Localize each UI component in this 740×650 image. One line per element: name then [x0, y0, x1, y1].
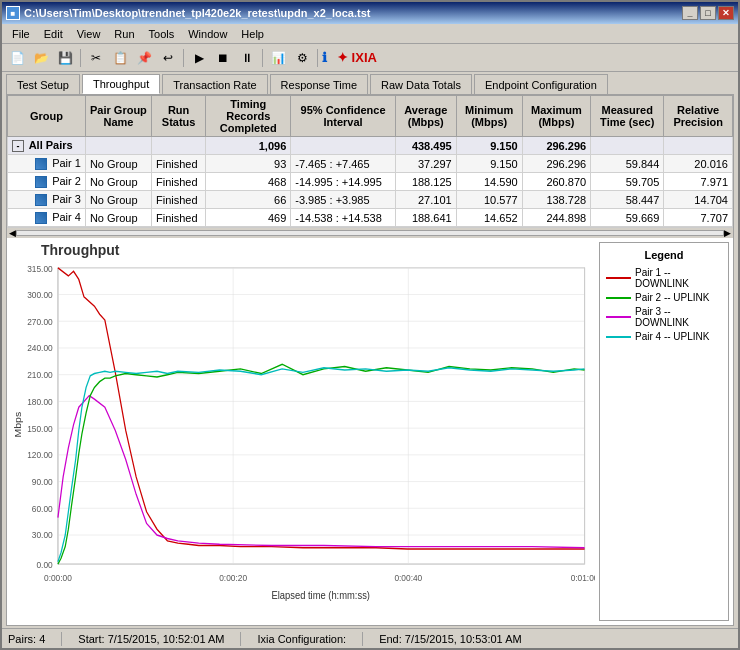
tab-transaction-rate[interactable]: Transaction Rate — [162, 74, 267, 94]
cut-button[interactable]: ✂ — [85, 47, 107, 69]
menu-run[interactable]: Run — [108, 26, 140, 42]
svg-text:315.00: 315.00 — [27, 265, 53, 276]
scroll-track[interactable] — [16, 230, 724, 236]
all-pairs-average: 438.495 — [395, 137, 456, 155]
data-table-container: Group Pair Group Name Run Status Timing … — [7, 95, 733, 228]
maximize-button[interactable]: □ — [700, 6, 716, 20]
new-button[interactable]: 📄 — [6, 47, 28, 69]
chart-title: Throughput — [41, 242, 595, 258]
menu-edit[interactable]: Edit — [38, 26, 69, 42]
all-pairs-minimum: 9.150 — [456, 137, 522, 155]
pair1-run-status: Finished — [151, 155, 205, 173]
chart-svg-container: 0.00 30.00 60.00 90.00 120.00 150.00 180… — [11, 262, 595, 611]
pair3-measured-time: 58.447 — [591, 191, 664, 209]
pair1-pair-group: No Group — [85, 155, 151, 173]
svg-text:Mbps: Mbps — [13, 412, 23, 438]
table-row-pair2: Pair 2 No Group Finished 468 -14.995 : +… — [8, 173, 733, 191]
legend-label-pair1: Pair 1 -- DOWNLINK — [635, 267, 722, 289]
pair2-run-status: Finished — [151, 173, 205, 191]
ixia-logo: ✦ IXIA — [337, 50, 377, 65]
col-header-pair-group: Pair Group Name — [85, 96, 151, 137]
pause-button[interactable]: ⏸ — [236, 47, 258, 69]
scroll-left-arrow[interactable]: ◀ — [9, 228, 16, 238]
menu-window[interactable]: Window — [182, 26, 233, 42]
pair3-relative-precision: 14.704 — [664, 191, 733, 209]
all-pairs-label: All Pairs — [29, 139, 73, 151]
table-row-pair4: Pair 4 No Group Finished 469 -14.538 : +… — [8, 209, 733, 227]
col-header-group: Group — [8, 96, 86, 137]
tab-raw-data-totals[interactable]: Raw Data Totals — [370, 74, 472, 94]
stop-button[interactable]: ⏹ — [212, 47, 234, 69]
chart-legend: Legend Pair 1 -- DOWNLINK Pair 2 -- UPLI… — [599, 242, 729, 621]
pair4-relative-precision: 7.707 — [664, 209, 733, 227]
legend-item-pair2: Pair 2 -- UPLINK — [606, 292, 722, 303]
col-header-average: Average (Mbps) — [395, 96, 456, 137]
tab-throughput[interactable]: Throughput — [82, 74, 160, 94]
pair1-confidence: -7.465 : +7.465 — [291, 155, 396, 173]
tab-test-setup[interactable]: Test Setup — [6, 74, 80, 94]
close-button[interactable]: ✕ — [718, 6, 734, 20]
copy-button[interactable]: 📋 — [109, 47, 131, 69]
status-pairs: Pairs: 4 — [8, 633, 45, 645]
svg-text:60.00: 60.00 — [32, 504, 53, 515]
main-content: Group Pair Group Name Run Status Timing … — [6, 94, 734, 626]
pair2-maximum: 260.870 — [522, 173, 590, 191]
pair4-icon — [35, 212, 47, 224]
status-separator-3 — [362, 632, 363, 646]
undo-button[interactable]: ↩ — [157, 47, 179, 69]
svg-text:150.00: 150.00 — [27, 424, 53, 435]
pair1-icon — [35, 158, 47, 170]
status-start: Start: 7/15/2015, 10:52:01 AM — [78, 633, 224, 645]
pair1-average: 37.297 — [395, 155, 456, 173]
all-pairs-group: - All Pairs — [8, 137, 86, 155]
info-icon: ℹ — [322, 50, 327, 65]
pair4-maximum: 244.898 — [522, 209, 590, 227]
legend-item-pair4: Pair 4 -- UPLINK — [606, 331, 722, 342]
svg-text:30.00: 30.00 — [32, 531, 53, 542]
svg-text:300.00: 300.00 — [27, 290, 53, 301]
chart-button[interactable]: 📊 — [267, 47, 289, 69]
run-button[interactable]: ▶ — [188, 47, 210, 69]
menu-bar: File Edit View Run Tools Window Help — [2, 24, 738, 44]
pair4-measured-time: 59.669 — [591, 209, 664, 227]
expand-icon[interactable]: - — [12, 140, 24, 152]
status-ixia-config-label: Ixia Configuration: — [257, 633, 346, 645]
pair4-label: Pair 4 — [52, 211, 81, 223]
pair3-timing-records: 66 — [206, 191, 291, 209]
svg-text:0:00:00: 0:00:00 — [44, 574, 72, 585]
table-row-all-pairs: - All Pairs 1,096 438.495 9.150 296.296 — [8, 137, 733, 155]
pair2-icon — [35, 176, 47, 188]
col-header-relative-precision: Relative Precision — [664, 96, 733, 137]
all-pairs-pair-group — [85, 137, 151, 155]
legend-line-pair3 — [606, 316, 631, 318]
menu-tools[interactable]: Tools — [143, 26, 181, 42]
scroll-right-arrow[interactable]: ▶ — [724, 228, 731, 238]
legend-line-pair1 — [606, 277, 631, 279]
pair1-maximum: 296.296 — [522, 155, 590, 173]
save-button[interactable]: 💾 — [54, 47, 76, 69]
col-header-confidence: 95% Confidence Interval — [291, 96, 396, 137]
window-title: C:\Users\Tim\Desktop\trendnet_tpl420e2k_… — [24, 7, 370, 19]
minimize-button[interactable]: _ — [682, 6, 698, 20]
svg-text:0.00: 0.00 — [36, 560, 52, 571]
legend-line-pair2 — [606, 297, 631, 299]
menu-help[interactable]: Help — [235, 26, 270, 42]
results-table: Group Pair Group Name Run Status Timing … — [7, 95, 733, 227]
pair4-timing-records: 469 — [206, 209, 291, 227]
table-horizontal-scrollbar[interactable]: ◀ ▶ — [7, 228, 733, 238]
open-button[interactable]: 📂 — [30, 47, 52, 69]
paste-button[interactable]: 📌 — [133, 47, 155, 69]
svg-text:210.00: 210.00 — [27, 370, 53, 381]
pair4-pair-group: No Group — [85, 209, 151, 227]
svg-text:270.00: 270.00 — [27, 317, 53, 328]
pair2-relative-precision: 7.971 — [664, 173, 733, 191]
tab-response-time[interactable]: Response Time — [270, 74, 368, 94]
all-pairs-confidence — [291, 137, 396, 155]
menu-file[interactable]: File — [6, 26, 36, 42]
settings-button[interactable]: ⚙ — [291, 47, 313, 69]
tab-endpoint-config[interactable]: Endpoint Configuration — [474, 74, 608, 94]
pair4-group: Pair 4 — [8, 209, 86, 227]
legend-label-pair3: Pair 3 -- DOWNLINK — [635, 306, 722, 328]
menu-view[interactable]: View — [71, 26, 107, 42]
pair4-confidence: -14.538 : +14.538 — [291, 209, 396, 227]
